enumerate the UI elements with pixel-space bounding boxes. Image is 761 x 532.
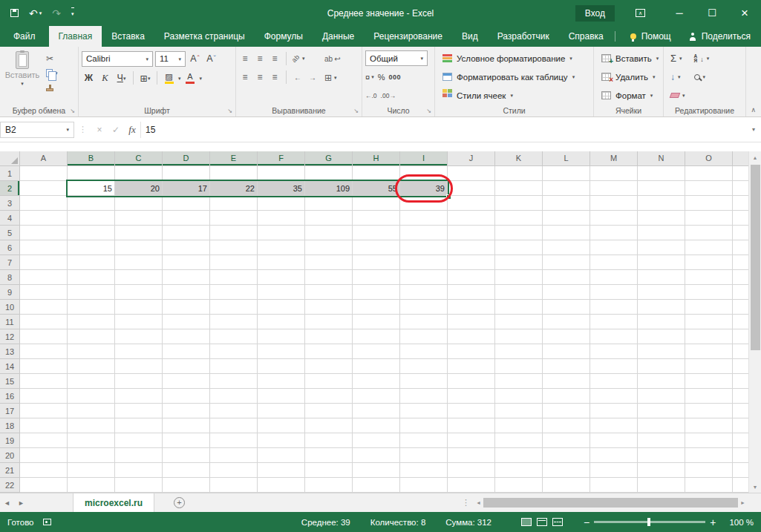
cell-g10[interactable] bbox=[305, 300, 353, 315]
cell-n16[interactable] bbox=[638, 389, 685, 404]
cell-f6[interactable] bbox=[258, 240, 305, 255]
tab-assistant[interactable]: Помощ bbox=[615, 31, 671, 42]
cell-e9[interactable] bbox=[210, 285, 258, 300]
bold-button[interactable]: Ж bbox=[82, 70, 96, 85]
wrap-text-button[interactable]: ab bbox=[324, 50, 341, 68]
cell-f9[interactable] bbox=[258, 285, 305, 300]
collapse-ribbon-button[interactable] bbox=[751, 106, 756, 114]
cell-e12[interactable] bbox=[210, 329, 258, 344]
cell-b13[interactable] bbox=[68, 344, 115, 359]
cell-h2[interactable]: 55 bbox=[353, 181, 400, 196]
cell-e7[interactable] bbox=[210, 255, 258, 270]
column-header-a[interactable]: A bbox=[20, 151, 68, 166]
cell-f19[interactable] bbox=[258, 433, 305, 448]
insert-cells-button[interactable]: Вставить bbox=[597, 49, 660, 68]
cell-g5[interactable] bbox=[305, 226, 353, 240]
cell-f20[interactable] bbox=[258, 448, 305, 463]
cell-i9[interactable] bbox=[400, 285, 448, 300]
tab-home[interactable]: Главная bbox=[49, 26, 102, 47]
cell-o14[interactable] bbox=[685, 359, 733, 374]
fill-color-button[interactable]: ▨ bbox=[162, 70, 176, 85]
cell-f11[interactable] bbox=[258, 315, 305, 329]
cell-b14[interactable] bbox=[68, 359, 115, 374]
borders-button[interactable]: ⊞ bbox=[138, 70, 152, 85]
cell-c8[interactable] bbox=[115, 270, 163, 285]
cell-c19[interactable] bbox=[115, 433, 163, 448]
cell-d2[interactable]: 17 bbox=[163, 181, 210, 196]
select-all-button[interactable] bbox=[0, 151, 20, 166]
format-cells-button[interactable]: Формат bbox=[597, 86, 660, 105]
cell-b21[interactable] bbox=[68, 463, 115, 478]
row-header-18[interactable]: 18 bbox=[0, 418, 20, 433]
cell-n11[interactable] bbox=[638, 315, 685, 329]
cell-j2[interactable] bbox=[448, 181, 495, 196]
cell-a3[interactable] bbox=[20, 196, 68, 211]
cell-d1[interactable] bbox=[163, 166, 210, 181]
cell-l10[interactable] bbox=[543, 300, 590, 315]
cell-g12[interactable] bbox=[305, 329, 353, 344]
cell-n17[interactable] bbox=[638, 404, 685, 418]
cell-e6[interactable] bbox=[210, 240, 258, 255]
cell-g9[interactable] bbox=[305, 285, 353, 300]
cell-c13[interactable] bbox=[115, 344, 163, 359]
cell-l8[interactable] bbox=[543, 270, 590, 285]
tab-help[interactable]: Справка bbox=[559, 26, 613, 47]
column-header-m[interactable]: M bbox=[590, 151, 638, 166]
page-layout-view-button[interactable] bbox=[537, 518, 547, 526]
cell-o9[interactable] bbox=[685, 285, 733, 300]
cell-c10[interactable] bbox=[115, 300, 163, 315]
cell-h22[interactable] bbox=[353, 478, 400, 493]
cell-m16[interactable] bbox=[590, 389, 638, 404]
cell-k4[interactable] bbox=[495, 211, 543, 226]
column-header-d[interactable]: D bbox=[163, 151, 210, 166]
cell-c22[interactable] bbox=[115, 478, 163, 493]
comma-style-button[interactable]: 000 bbox=[388, 73, 401, 81]
cell-i2[interactable]: 39 bbox=[400, 181, 448, 196]
cell-o11[interactable] bbox=[685, 315, 733, 329]
cell-i21[interactable] bbox=[400, 463, 448, 478]
cell-h1[interactable] bbox=[353, 166, 400, 181]
cell-m13[interactable] bbox=[590, 344, 638, 359]
cell-e19[interactable] bbox=[210, 433, 258, 448]
cell-i7[interactable] bbox=[400, 255, 448, 270]
cell-l16[interactable] bbox=[543, 389, 590, 404]
cell-g13[interactable] bbox=[305, 344, 353, 359]
format-as-table-button[interactable]: Форматировать как таблицу bbox=[438, 68, 590, 86]
cell-l7[interactable] bbox=[543, 255, 590, 270]
scroll-right-button[interactable] bbox=[738, 500, 748, 505]
cell-f17[interactable] bbox=[258, 404, 305, 418]
cell-styles-button[interactable]: Стили ячеек bbox=[438, 86, 590, 105]
cell-g8[interactable] bbox=[305, 270, 353, 285]
cell-j10[interactable] bbox=[448, 300, 495, 315]
cell-c15[interactable] bbox=[115, 374, 163, 389]
cell-c9[interactable] bbox=[115, 285, 163, 300]
cell-m22[interactable] bbox=[590, 478, 638, 493]
tab-review[interactable]: Рецензирование bbox=[364, 26, 452, 47]
cell-h17[interactable] bbox=[353, 404, 400, 418]
cell-o21[interactable] bbox=[685, 463, 733, 478]
row-header-2[interactable]: 2 bbox=[0, 181, 20, 196]
alignment-dialog-launcher[interactable] bbox=[352, 107, 360, 115]
cell-e10[interactable] bbox=[210, 300, 258, 315]
cell-j17[interactable] bbox=[448, 404, 495, 418]
cell-o20[interactable] bbox=[685, 448, 733, 463]
cell-i1[interactable] bbox=[400, 166, 448, 181]
cell-m4[interactable] bbox=[590, 211, 638, 226]
cell-n15[interactable] bbox=[638, 374, 685, 389]
maximize-button[interactable]: ☐ bbox=[696, 0, 728, 26]
tab-share[interactable]: Поделиться bbox=[689, 31, 751, 42]
scroll-down-button[interactable] bbox=[753, 481, 758, 493]
cell-n21[interactable] bbox=[638, 463, 685, 478]
column-header-j[interactable]: J bbox=[448, 151, 495, 166]
cell-h3[interactable] bbox=[353, 196, 400, 211]
cell-k5[interactable] bbox=[495, 226, 543, 240]
cell-i19[interactable] bbox=[400, 433, 448, 448]
cell-c14[interactable] bbox=[115, 359, 163, 374]
cell-h9[interactable] bbox=[353, 285, 400, 300]
cell-o17[interactable] bbox=[685, 404, 733, 418]
decrease-font-size-button[interactable]: А bbox=[204, 51, 218, 66]
tab-data[interactable]: Данные bbox=[313, 26, 364, 47]
cell-j11[interactable] bbox=[448, 315, 495, 329]
cell-i20[interactable] bbox=[400, 448, 448, 463]
cell-c1[interactable] bbox=[115, 166, 163, 181]
